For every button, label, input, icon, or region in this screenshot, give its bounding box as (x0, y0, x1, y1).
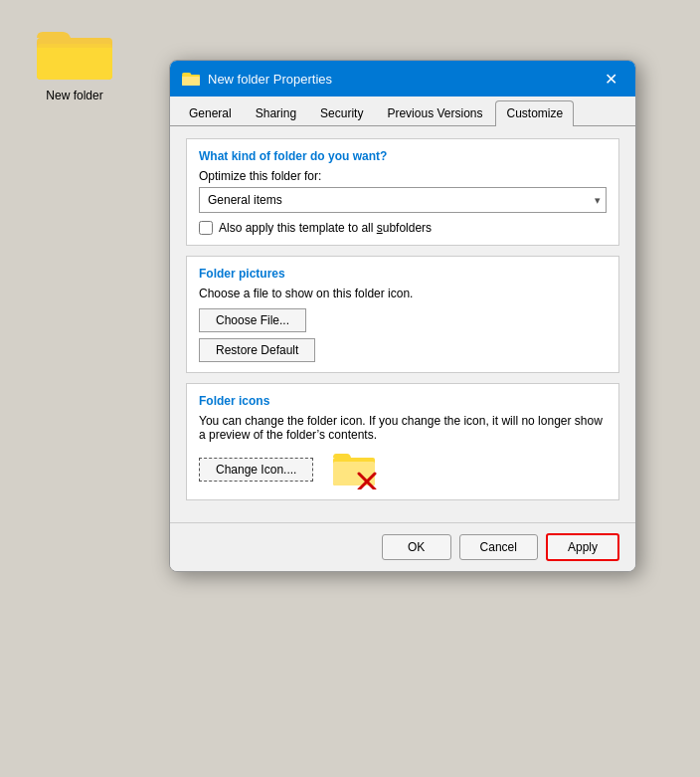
folder-type-title: What kind of folder do you want? (199, 149, 607, 163)
tab-customize[interactable]: Customize (495, 100, 574, 126)
desktop-folder-label: New folder (46, 89, 102, 102)
ok-button[interactable]: OK (382, 534, 451, 560)
dialog-footer: OK Cancel Apply (170, 522, 635, 571)
folder-pictures-desc: Choose a file to show on this folder ico… (199, 287, 607, 300)
folder-pictures-section: Folder pictures Choose a file to show on… (186, 256, 619, 373)
title-bar-folder-icon (182, 71, 200, 87)
subfolder-checkbox[interactable] (199, 221, 213, 235)
subfolder-checkbox-row: Also apply this template to all subfolde… (199, 221, 607, 235)
desktop-folder-icon (35, 20, 114, 85)
folder-type-section: What kind of folder do you want? Optimiz… (186, 138, 619, 246)
dialog-content: What kind of folder do you want? Optimiz… (170, 126, 635, 522)
tab-sharing[interactable]: Sharing (245, 100, 307, 125)
optimize-label: Optimize this folder for: (199, 169, 607, 183)
change-icon-button[interactable]: Change Icon.... (199, 458, 313, 482)
close-button[interactable]: ✕ (598, 66, 623, 92)
tab-previous-versions[interactable]: Previous Versions (376, 100, 493, 125)
optimize-dropdown[interactable]: General items Documents Pictures Videos … (199, 187, 607, 213)
choose-file-button[interactable]: Choose File... (199, 308, 306, 332)
optimize-dropdown-wrapper: General items Documents Pictures Videos … (199, 187, 607, 213)
svg-rect-4 (182, 77, 200, 86)
apply-button[interactable]: Apply (546, 533, 619, 561)
tabs-container: General Sharing Security Previous Versio… (170, 97, 635, 126)
folder-pictures-buttons: Choose File... Restore Default (199, 308, 607, 362)
title-bar: New folder Properties ✕ (170, 61, 635, 97)
desktop-folder[interactable]: New folder (30, 20, 119, 102)
tab-general[interactable]: General (178, 100, 243, 125)
subfolder-label[interactable]: Also apply this template to all subfolde… (219, 221, 432, 235)
folder-icons-title: Folder icons (199, 394, 607, 408)
dialog-title: New folder Properties (208, 72, 598, 87)
folder-icons-desc: You can change the folder icon. If you c… (199, 414, 607, 442)
folder-x-icon (333, 450, 378, 489)
folder-pictures-title: Folder pictures (199, 267, 607, 281)
folder-icons-section: Folder icons You can change the folder i… (186, 383, 619, 500)
cancel-button[interactable]: Cancel (459, 534, 538, 560)
desktop: New folder New folder Properties ✕ Gener… (0, 0, 700, 777)
icon-and-btn-row: Change Icon.... (199, 450, 607, 489)
svg-rect-2 (37, 44, 112, 48)
svg-rect-1 (37, 44, 112, 80)
tab-security[interactable]: Security (309, 100, 374, 125)
properties-dialog: New folder Properties ✕ General Sharing … (169, 60, 636, 572)
restore-default-button[interactable]: Restore Default (199, 338, 315, 362)
